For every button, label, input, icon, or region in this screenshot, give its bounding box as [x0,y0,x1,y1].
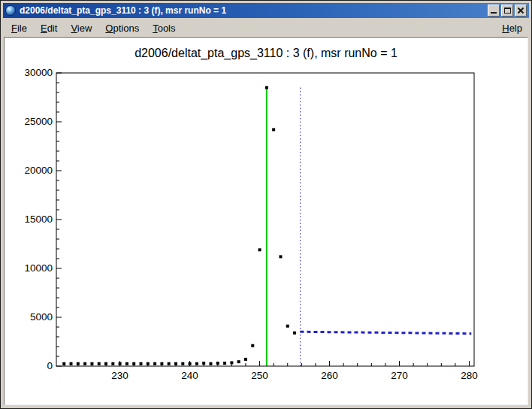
plot-canvas[interactable]: d2006/deltat_pta_gps_3110 : 3 (f), msr r… [4,37,528,405]
data-point [216,362,219,365]
data-point [265,86,268,89]
data-point [189,362,192,365]
minimize-button[interactable] [488,5,500,17]
data-point [98,362,101,365]
y-tick-label: 15000 [24,214,53,225]
menu-options[interactable]: Options [98,21,146,35]
data-point [104,362,107,365]
y-tick-label: 25000 [24,116,53,127]
data-point [90,362,93,365]
data-point [168,362,171,365]
y-tick-label: 20000 [24,165,53,176]
data-points [62,86,296,365]
data-point [286,325,289,328]
data-point [293,332,296,335]
menu-edit[interactable]: Edit [34,21,64,35]
data-point [147,362,150,365]
data-point [160,362,163,365]
app-window: d2006/deltat_pta_gps_3110 : 3 (f), msr r… [0,0,532,409]
y-tick-label: 0 [47,360,53,371]
x-tick-label: 240 [181,370,198,381]
y-tick-label: 5000 [30,311,53,323]
close-icon [515,5,526,16]
data-point [125,362,128,365]
x-tick-label: 280 [461,370,478,381]
data-point [174,362,177,365]
data-point [272,128,275,131]
data-point [244,358,247,361]
x-tick-label: 230 [111,370,128,381]
data-point [77,362,80,365]
data-point [132,362,135,365]
window-title: d2006/deltat_pta_gps_3110 : 3 (f), msr r… [20,5,484,16]
plot-frame [56,73,474,366]
data-point [279,255,282,258]
fit-curve [300,332,471,333]
menu-help[interactable]: Help [497,21,527,35]
data-point [83,362,86,365]
data-point [153,362,156,365]
data-point [223,362,226,365]
titlebar[interactable]: d2006/deltat_pta_gps_3110 : 3 (f), msr r… [3,3,529,18]
data-point [195,362,198,365]
maximize-icon [504,8,511,14]
menu-file[interactable]: File [5,21,34,35]
x-tick-label: 250 [251,370,268,381]
close-button[interactable] [515,5,527,17]
menubar: File Edit View Options Tools Help [4,20,528,36]
minimize-icon [491,12,497,14]
data-point [230,361,233,364]
data-point [140,362,143,365]
histogram-chart: 2302402502602702800500010000150002000025… [5,38,527,404]
data-point [209,362,212,365]
maximize-button[interactable] [501,5,513,17]
x-tick-label: 260 [321,370,338,381]
data-point [111,362,114,365]
data-point [258,248,261,251]
data-point [119,362,122,365]
x-tick-label: 270 [391,370,408,381]
menu-view[interactable]: View [64,21,98,35]
app-icon[interactable] [5,5,16,16]
y-tick-label: 30000 [24,67,53,78]
data-point [70,362,73,365]
data-point [237,360,240,363]
menu-tools[interactable]: Tools [146,21,182,35]
window-controls [488,5,527,17]
data-point [202,362,205,365]
data-point [181,362,184,365]
data-point [251,344,254,347]
data-point [62,362,65,365]
y-tick-label: 10000 [24,262,53,274]
